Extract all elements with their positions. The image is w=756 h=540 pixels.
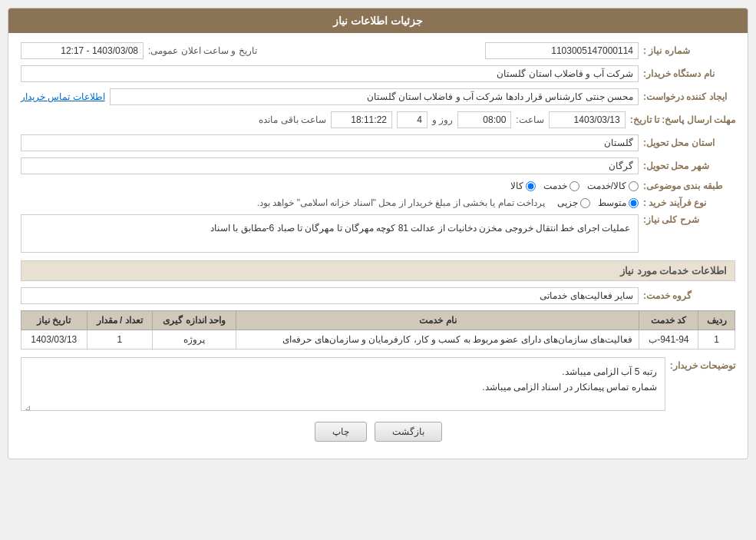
category-options: کالا/خدمت خدمت کالا <box>510 181 639 191</box>
buyer-notes-line2: شماره تماس پیمانکار در اسناد الزامی میبا… <box>29 379 657 395</box>
announce-label: تاریخ و ساعت اعلان عمومی: <box>148 45 257 56</box>
buyer-org-label: نام دستگاه خریدار: <box>643 68 735 79</box>
deadline-remaining-label: ساعت باقی مانده <box>259 114 326 125</box>
resize-handle: ⊿ <box>23 401 31 409</box>
category-label: طبقه بندی موضوعی: <box>643 181 735 191</box>
deadline-label: مهلت ارسال پاسخ: تا تاریخ: <box>630 114 735 125</box>
back-button[interactable]: بازگشت <box>375 422 442 442</box>
contact-link[interactable]: اطلاعات تماس خریدار <box>21 91 105 102</box>
process-note: پرداخت تمام یا بخشی از مبلغ خریدار از مح… <box>257 197 545 208</box>
creator-label: ایجاد کننده درخواست: <box>643 91 735 102</box>
cell-name: فعالیت‌های سازمان‌های دارای عضو مربوط به… <box>236 330 639 350</box>
need-desc-label: شرح کلی نیاز: <box>643 214 735 225</box>
category-option-kala[interactable]: کالا <box>510 181 536 191</box>
announce-value: 1403/03/08 - 12:17 <box>21 42 144 59</box>
col-unit: واحد اندازه گیری <box>153 311 236 330</box>
cell-unit: پروژه <box>153 330 236 350</box>
deadline-remaining: 18:11:22 <box>331 111 392 128</box>
page-title: جزئیات اطلاعات نیاز <box>8 8 748 33</box>
category-option-kala-khadmat[interactable]: کالا/خدمت <box>587 181 639 191</box>
need-number-value: 1103005147000114 <box>485 42 639 59</box>
province-value: گلستان <box>21 134 639 151</box>
process-option-jozyi[interactable]: جزیی <box>557 197 590 208</box>
col-date: تاریخ نیاز <box>21 311 87 330</box>
category-option-khadmat[interactable]: خدمت <box>543 181 579 191</box>
buyer-org-value: شرکت آب و فاضلاب استان گلستان <box>21 65 639 82</box>
print-button[interactable]: چاپ <box>315 422 367 442</box>
deadline-days-label: روز و <box>432 114 453 125</box>
service-group-label: گروه خدمت: <box>643 290 735 301</box>
table-row: 1 941-94-ب فعالیت‌های سازمان‌های دارای ع… <box>21 330 735 350</box>
button-row: بازگشت چاپ <box>21 422 735 449</box>
col-name: نام خدمت <box>236 311 639 330</box>
process-option-motavaset[interactable]: متوسط <box>598 197 639 208</box>
city-value: گرگان <box>21 157 639 174</box>
deadline-time: 08:00 <box>457 111 511 128</box>
cell-date: 1403/03/13 <box>21 330 87 350</box>
province-label: استان محل تحویل: <box>643 137 735 148</box>
col-row: ردیف <box>698 311 735 330</box>
city-label: شهر محل تحویل: <box>643 161 735 171</box>
col-qty: تعداد / مقدار <box>87 311 152 330</box>
buyer-notes-section: توضیحات خریدار: رتبه 5 آب الزامی میباشد.… <box>21 357 735 411</box>
cell-row: 1 <box>698 330 735 350</box>
deadline-time-label: ساعت: <box>516 114 543 125</box>
col-code: کد خدمت <box>639 311 698 330</box>
cell-code: 941-94-ب <box>639 330 698 350</box>
buyer-notes-line1: رتبه 5 آب الزامی میباشد. <box>29 364 657 379</box>
need-desc-value: عملیات اجرای خط انتقال خروجی مخزن دخانیا… <box>21 214 639 253</box>
buyer-notes-box: رتبه 5 آب الزامی میباشد. شماره تماس پیما… <box>21 357 665 411</box>
services-header: اطلاعات خدمات مورد نیاز <box>21 260 735 281</box>
process-options: متوسط جزیی <box>557 197 639 208</box>
creator-value: محسن جنتی کارشناس قرار دادها شرکت آب و ف… <box>110 88 639 105</box>
need-number-label: شماره نیاز : <box>643 45 735 56</box>
service-group-value: سایر فعالیت‌های خدماتی <box>21 287 639 304</box>
cell-quantity: 1 <box>87 330 152 350</box>
deadline-date: 1403/03/13 <box>549 111 626 128</box>
process-label: نوع فرآیند خرید : <box>643 197 735 208</box>
buyer-notes-label: توضیحات خریدار: <box>670 357 735 371</box>
services-table: ردیف کد خدمت نام خدمت واحد اندازه گیری ت… <box>21 310 735 350</box>
deadline-days: 4 <box>397 111 428 128</box>
